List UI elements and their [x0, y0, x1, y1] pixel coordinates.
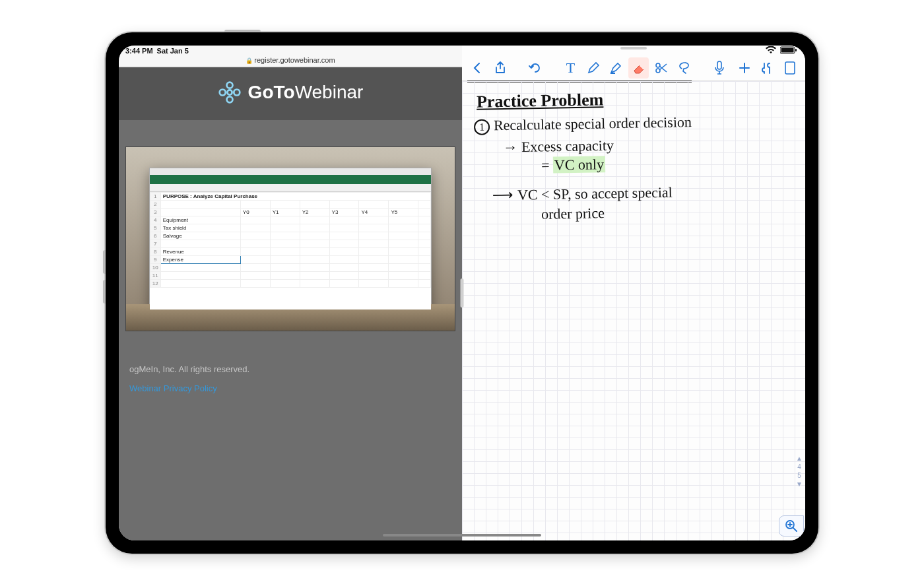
lock-icon: 🔒: [246, 57, 253, 64]
svg-point-2: [226, 96, 232, 102]
table-row: 9Expense: [150, 255, 430, 263]
battery-icon: [780, 46, 797, 55]
settings-button[interactable]: [757, 57, 777, 79]
table-row: 5Tax shield: [150, 224, 430, 232]
table-row: 1PURPOSE : Analyze Capital Purchase: [150, 192, 430, 200]
share-button[interactable]: [490, 57, 510, 79]
scissors-tool[interactable]: [651, 57, 671, 79]
note-line-5: order price: [541, 203, 605, 224]
eraser-tool[interactable]: [628, 57, 648, 79]
pen-tool[interactable]: [583, 57, 603, 79]
table-row: 6Salvage: [150, 232, 430, 240]
table-row: 2: [150, 200, 430, 208]
status-date: Sat Jan 5: [157, 47, 189, 55]
svg-rect-11: [785, 62, 795, 74]
safari-url-text: register.gotowebinar.com: [254, 56, 335, 64]
svg-point-1: [234, 90, 240, 96]
table-row: 7: [150, 240, 430, 247]
note-line-1: 1Recalculate special order decision: [474, 112, 692, 135]
gotowebinar-header: GoToWebinar: [119, 67, 462, 120]
table-row: 4Equipment: [150, 216, 430, 224]
brand-light: Webinar: [295, 82, 364, 102]
lasso-tool[interactable]: [674, 57, 694, 79]
highlighted-text: VC only: [553, 156, 606, 173]
note-line-2: →Excess capacity: [503, 136, 614, 158]
ipad-device-frame: 3:44 PM Sat Jan 5 🔒register.gotowebinar.…: [106, 32, 818, 554]
page-button[interactable]: [780, 57, 800, 79]
table-row: 8Revenue: [150, 247, 430, 255]
excel-ribbon: [150, 175, 431, 184]
excel-titlebar: [150, 168, 431, 175]
excel-toolbar: [150, 184, 431, 192]
notes-toolbar: T: [462, 55, 805, 81]
back-button[interactable]: [467, 57, 487, 79]
circled-number: 1: [474, 119, 490, 135]
footer-copyright: ogMeIn, Inc. All rights reserved.: [129, 364, 451, 374]
zoom-button[interactable]: [779, 515, 804, 537]
svg-rect-7: [795, 49, 797, 51]
svg-point-4: [227, 90, 232, 94]
status-time: 3:44 PM: [125, 47, 153, 55]
note-title: Practice Problem: [477, 88, 604, 113]
ipad-screen: 3:44 PM Sat Jan 5 🔒register.gotowebinar.…: [119, 46, 805, 540]
flower-icon: [218, 81, 242, 104]
svg-rect-6: [781, 48, 794, 53]
undo-button[interactable]: [525, 57, 545, 79]
svg-point-0: [226, 82, 232, 88]
split-view-handle[interactable]: [461, 278, 464, 308]
mic-button[interactable]: [710, 57, 729, 79]
status-bar-left: 3:44 PM Sat Jan 5: [119, 46, 462, 55]
page-current: 4: [797, 463, 801, 471]
webinar-footer: ogMeIn, Inc. All rights reserved. Webina…: [125, 331, 455, 393]
brand-bold: GoTo: [248, 82, 295, 102]
wifi-icon: [766, 46, 776, 55]
excel-window: 1PURPOSE : Analyze Capital Purchase 2 3 …: [149, 168, 432, 311]
table-row: 10: [150, 263, 430, 271]
note-line-4: ⟶VC < SP, so accept special: [492, 183, 673, 205]
privacy-policy-link[interactable]: Webinar Privacy Policy: [129, 383, 451, 393]
page-next: 5: [797, 472, 801, 479]
home-indicator[interactable]: [383, 534, 541, 537]
ipad-volume-down: [103, 280, 106, 304]
svg-rect-10: [717, 61, 721, 69]
svg-point-3: [219, 90, 225, 96]
arrow-icon: →: [503, 139, 517, 155]
gotowebinar-logo: GoToWebinar: [218, 81, 364, 104]
ipad-volume-up: [103, 250, 106, 274]
safari-app: 3:44 PM Sat Jan 5 🔒register.gotowebinar.…: [119, 46, 462, 540]
page-navigator[interactable]: ▲ 4 5 ▼: [796, 455, 803, 488]
webinar-content: 1PURPOSE : Analyze Capital Purchase 2 3 …: [119, 120, 462, 540]
multitask-pill[interactable]: [620, 47, 647, 49]
page-up-icon[interactable]: ▲: [796, 455, 803, 462]
table-row: 3 Y0 Y1 Y2 Y3 Y4 Y5: [150, 208, 430, 216]
notes-app: T Practice Problem 1Recalculate special …: [462, 46, 805, 540]
highlighter-tool[interactable]: [606, 57, 626, 79]
text-tool[interactable]: T: [560, 57, 580, 79]
excel-grid: 1PURPOSE : Analyze Capital Purchase 2 3 …: [150, 192, 431, 310]
table-row: 12: [150, 279, 430, 287]
notebook-page[interactable]: Practice Problem 1Recalculate special or…: [462, 81, 805, 540]
presenter-screenshare[interactable]: 1PURPOSE : Analyze Capital Purchase 2 3 …: [125, 146, 455, 331]
add-button[interactable]: [735, 57, 754, 79]
page-down-icon[interactable]: ▼: [796, 480, 803, 488]
arrow-icon: ⟶: [492, 187, 513, 204]
safari-address-bar[interactable]: 🔒register.gotowebinar.com: [119, 55, 462, 67]
note-line-3: = VC only: [541, 154, 606, 175]
table-row: 11: [150, 271, 430, 279]
